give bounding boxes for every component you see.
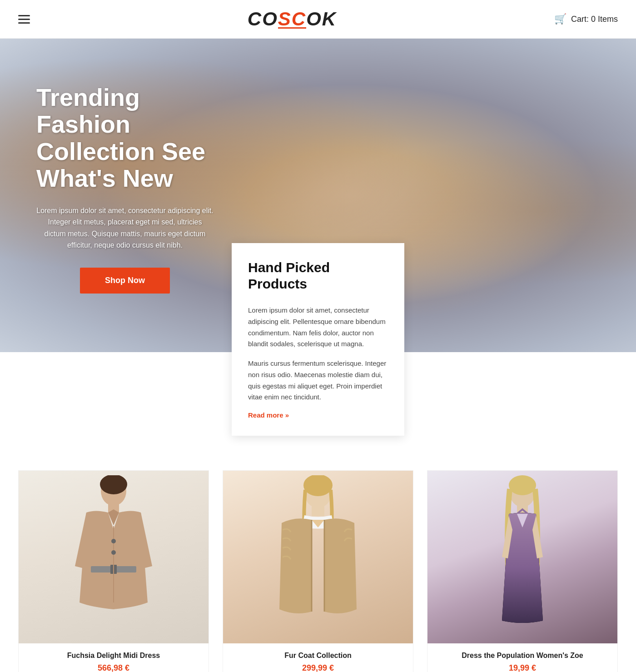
read-more-link[interactable]: Read more » [248,411,289,419]
product-image-1 [19,471,209,643]
cart-area[interactable]: 🛒 Cart: 0 Items [554,13,618,25]
handpicked-title: Hand Picked Products [248,259,388,292]
product-card: Fuchsia Delight Midi Dress 566,98 € ▲ ▼ … [18,470,209,672]
product-image-2 [223,471,413,643]
svg-point-9 [303,475,333,496]
product-figure-1 [68,475,159,639]
product-card: Dress the Population Women's Zoe 19,99 €… [427,470,618,672]
product-image-3 [427,471,617,643]
handpicked-para-2: Mauris cursus fermentum scelerisque. Int… [248,358,388,403]
svg-point-1 [100,475,127,494]
hamburger-line-2 [18,19,30,20]
header: COSCOK 🛒 Cart: 0 Items [0,0,636,39]
hero-content: Trending Fashion Collection See What's N… [0,39,236,294]
product-figure-3 [477,475,568,639]
product-name: Dress the Population Women's Zoe [437,652,608,660]
cart-icon: 🛒 [554,13,566,25]
product-name: Fur Coat Collection [232,652,404,660]
cart-label: Cart: 0 Items [571,15,618,24]
products-grid: Fuchsia Delight Midi Dress 566,98 € ▲ ▼ … [18,470,618,672]
handpicked-para-1: Lorem ipsum dolor sit amet, consectetur … [248,305,388,350]
product-name: Fuchsia Delight Midi Dress [28,652,199,660]
product-figure-2 [268,475,368,639]
product-price: 19,99 € [437,663,608,672]
handpicked-card: Hand Picked Products Lorem ipsum dolor s… [232,243,404,436]
product-info: Fur Coat Collection 299,99 € ▲ ▼ Add to … [223,643,413,672]
hamburger-line-1 [18,15,30,16]
svg-rect-10 [312,506,324,516]
hero-description: Lorem ipsum dolor sit amet, consectetur … [36,205,214,251]
hamburger-menu[interactable] [18,15,30,24]
product-price: 566,98 € [28,663,199,672]
product-card: Fur Coat Collection 299,99 € ▲ ▼ Add to … [223,470,413,672]
main-content: Hand Picked Products Lorem ipsum dolor s… [0,352,636,672]
product-image-area [427,471,617,643]
product-image-area [19,471,209,643]
hero-title: Trending Fashion Collection See What's N… [36,84,214,192]
svg-point-12 [509,475,536,495]
product-image-area [223,471,413,643]
product-price: 299,99 € [232,663,404,672]
hamburger-line-3 [18,22,30,24]
svg-point-7 [111,550,116,555]
product-info: Dress the Population Women's Zoe 19,99 €… [427,643,617,672]
site-logo[interactable]: COSCOK [248,8,337,30]
product-info: Fuchsia Delight Midi Dress 566,98 € ▲ ▼ … [19,643,209,672]
shop-now-button[interactable]: Shop Now [80,268,170,294]
logo-highlight: SC [278,8,306,30]
svg-point-6 [111,539,116,543]
